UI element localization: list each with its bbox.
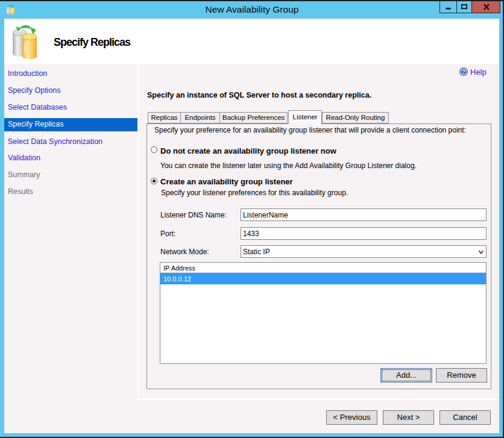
svg-text:?: ? xyxy=(462,69,465,75)
